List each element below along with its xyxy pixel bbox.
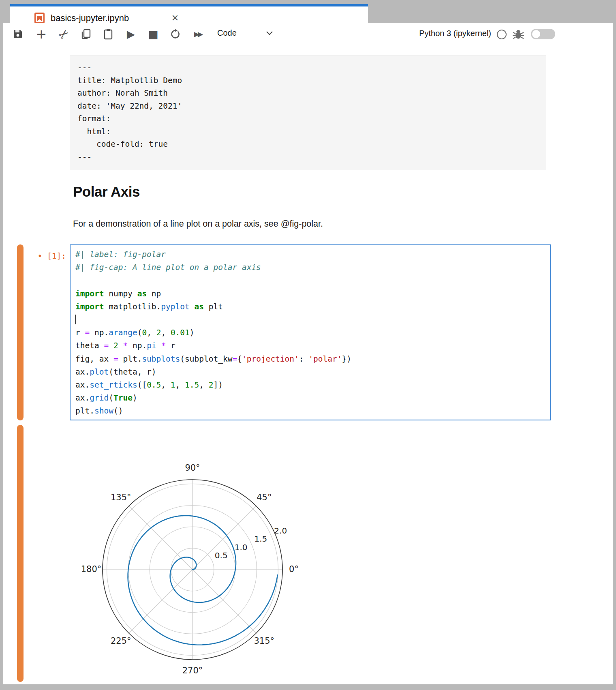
save-button[interactable] [9,23,27,45]
raw-cell-line: html: [77,125,546,138]
notebook-toolbar: + ✂ ▶ ■ ▶▶ Code Python 3 (ipykernel) [3,23,613,46]
theta-tick-label: 90° [185,463,200,473]
code-line: theta = 2 * np.pi * r [75,339,550,352]
raw-cell-line: title: Matplotlib Demo [77,74,546,87]
code-line: import numpy as np [75,287,550,300]
run-all-button[interactable]: ▶▶ [189,23,207,45]
notebook-tab[interactable]: basics-jupyter.ipynb ✕ [10,4,368,23]
code-cell-editor[interactable]: #| label: fig-polar#| fig-cap: A line pl… [70,244,551,420]
code-line: fig, ax = plt.subplots(subplot_kw={'proj… [75,353,550,366]
r-tick-label: 0.5 [215,551,228,560]
raw-cell-line: --- [77,151,546,164]
add-cell-button[interactable]: + [32,23,50,45]
code-line: import matplotlib.pyplot as plt [75,300,550,313]
run-button[interactable]: ▶ [122,23,140,45]
scissors-icon: ✂ [55,26,72,43]
code-line: ax.plot(theta, r) [75,366,550,379]
theta-gridline [192,570,256,633]
output-collapser-bar[interactable] [17,425,24,682]
raw-cell-line: code-fold: true [77,138,546,151]
debugger-toggle[interactable] [531,29,555,39]
markdown-paragraph: For a demonstration of a line plot on a … [73,219,323,229]
raw-cell-line: format: [77,112,546,125]
stop-button[interactable]: ■ [144,23,162,45]
execution-prompt: • [1]: [3,251,66,261]
restart-icon [170,29,181,39]
cut-button[interactable]: ✂ [49,19,78,48]
copy-icon [81,28,91,40]
markdown-heading: Polar Axis [73,184,140,200]
kernel-status-icon[interactable] [497,30,507,39]
chevron-down-icon[interactable] [266,31,273,36]
paste-icon [103,28,113,40]
restart-kernel-button[interactable] [167,23,184,45]
polar-plot-output: 0°45°90°135°180°225°270°315°0.51.01.52.0 [61,430,328,690]
notebook-file-icon [34,13,45,24]
code-line: plt.show() [75,405,550,418]
raw-cell-line: date: 'May 22nd, 2021' [77,100,546,113]
text-cursor [75,315,76,324]
r-tick-label: 1.0 [235,542,248,552]
theta-gridline [129,570,192,633]
theta-tick-label: 270° [182,666,203,675]
code-line: r = np.arange(0, 2, 0.01) [75,326,550,339]
raw-cell-line: author: Norah Smith [77,87,546,100]
tab-active-accent [10,4,368,6]
plus-icon: + [36,26,47,42]
theta-tick-label: 0° [289,564,299,574]
code-line: ax.set_rticks([0.5, 1, 1.5, 2]) [75,379,550,392]
r-tick-label: 2.0 [274,526,287,536]
raw-cell-yaml-frontmatter[interactable]: ---title: Matplotlib Demoauthor: Norah S… [70,55,546,170]
polar-axes: 0°45°90°135°180°225°270°315°0.51.01.52.0 [61,430,328,689]
copy-button[interactable] [77,23,95,45]
stop-icon: ■ [148,28,158,41]
code-line [75,274,550,287]
kernel-name[interactable]: Python 3 (ipykernel) [419,29,491,38]
paste-button[interactable] [99,23,117,45]
theta-tick-label: 135° [111,493,131,502]
input-collapser-bar[interactable] [17,244,24,420]
cell-type-select[interactable]: Code [217,28,237,38]
theta-tick-label: 225° [111,636,131,646]
toggle-knob [532,30,540,38]
fast-forward-icon: ▶▶ [194,30,201,38]
r-tick-label: 1.5 [255,534,267,544]
code-line: #| fig-cap: A line plot on a polar axis [75,261,550,274]
debugger-bug-icon[interactable] [512,29,524,40]
theta-tick-label: 315° [254,636,274,646]
code-line: ax.grid(True) [75,392,550,405]
save-icon [13,29,23,39]
notebook-scroll-area[interactable]: ---title: Matplotlib Demoauthor: Norah S… [3,45,613,684]
run-icon: ▶ [127,28,135,40]
theta-tick-label: 180° [81,564,102,574]
code-line [75,313,550,326]
raw-cell-line: --- [77,61,546,74]
code-line: #| label: fig-polar [75,248,550,261]
theta-tick-label: 45° [257,493,272,502]
